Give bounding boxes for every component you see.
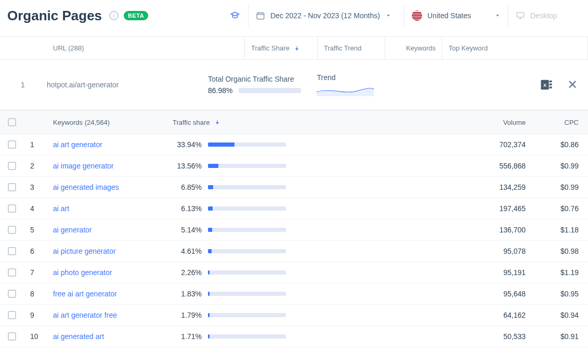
col-traffic-trend[interactable]: Traffic Trend	[318, 37, 385, 59]
keyword-link[interactable]: ai art	[47, 198, 166, 219]
row-cpc: $0.98	[536, 241, 588, 262]
row-traffic-share: 4.61%	[166, 241, 292, 262]
row-volume: 95,191	[292, 262, 536, 283]
row-traffic-share-bar	[208, 334, 286, 339]
table-row: 7ai photo generator2.26%95,191$1.19	[0, 262, 588, 283]
keyword-link[interactable]: ai art generator	[47, 134, 166, 155]
row-traffic-share: 6.13%	[166, 198, 292, 219]
keyword-link[interactable]: ai generated art	[47, 326, 166, 347]
row-traffic-share-bar	[208, 228, 286, 232]
keywords-table-body: 1ai art generator33.94%702,374$0.862ai i…	[0, 134, 588, 347]
row-cpc: $0.95	[536, 283, 588, 304]
url-table-header: URL (288) Traffic Share Traffic Trend Ke…	[0, 37, 588, 60]
row-checkbox[interactable]	[8, 183, 16, 191]
row-rank: 3	[24, 177, 47, 198]
row-rank: 4	[24, 198, 47, 219]
trend-label: Trend	[317, 73, 374, 82]
row-traffic-share: 1.83%	[166, 283, 292, 304]
keyword-link[interactable]: ai generator	[47, 219, 166, 240]
row-traffic-share: 1.79%	[166, 305, 292, 326]
keyword-link[interactable]: free ai art generator	[47, 283, 166, 304]
keywords-table-header: Keywords (24,564) Traffic share Volume C…	[0, 110, 588, 134]
total-traffic-share-bar	[239, 88, 301, 93]
col-top-keyword[interactable]: Top Keyword	[442, 37, 588, 59]
country-label: United States	[427, 11, 471, 20]
detail-rank: 1	[21, 81, 31, 89]
row-rank: 10	[24, 326, 47, 347]
page-title: Organic Pages	[7, 8, 102, 24]
row-volume: 197,465	[292, 198, 536, 219]
row-rank: 9	[24, 305, 47, 326]
row-volume: 136,700	[292, 219, 536, 240]
select-all-checkbox[interactable]	[8, 118, 16, 126]
topbar: Organic Pages i BETA Dec 2022 - Nov 2023…	[0, 0, 588, 37]
sort-desc-icon	[214, 119, 220, 125]
row-traffic-share: 6.85%	[166, 177, 292, 198]
row-checkbox[interactable]	[8, 247, 16, 255]
row-traffic-share-value: 1.79%	[173, 311, 202, 319]
keyword-link[interactable]: ai photo generator	[47, 262, 166, 283]
table-row: 5ai generator5.14%136,700$1.18	[0, 219, 588, 241]
total-traffic-share: Total Organic Traffic Share 86.98%	[208, 75, 301, 95]
table-row: 2ai image generator13.56%556,868$0.99	[0, 155, 588, 177]
device-picker[interactable]: Desktop	[508, 4, 581, 27]
col-traffic-share[interactable]: Traffic Share	[245, 37, 318, 59]
chevron-down-icon	[494, 12, 501, 19]
col-keywords[interactable]: Keywords	[385, 37, 442, 59]
sort-desc-icon	[294, 45, 300, 51]
subcol-cpc[interactable]: CPC	[536, 111, 588, 134]
beta-badge: BETA	[124, 11, 148, 20]
row-traffic-share: 1.71%	[166, 326, 292, 347]
subcol-volume[interactable]: Volume	[286, 111, 536, 134]
row-traffic-share-bar	[208, 206, 286, 211]
row-checkbox[interactable]	[8, 268, 16, 277]
trend-sparkline	[317, 85, 374, 96]
table-row: 3ai generated images6.85%134,259$0.99	[0, 177, 588, 198]
row-traffic-share-value: 1.83%	[173, 290, 202, 298]
row-traffic-share: 33.94%	[166, 134, 292, 155]
date-range-label: Dec 2022 - Nov 2023 (12 Months)	[270, 11, 380, 20]
row-volume: 95,078	[292, 241, 536, 262]
row-checkbox[interactable]	[8, 290, 16, 298]
keyword-link[interactable]: ai generated images	[47, 177, 166, 198]
row-checkbox[interactable]	[8, 162, 16, 170]
row-checkbox[interactable]	[8, 332, 16, 341]
keyword-link[interactable]: ai art generator free	[47, 305, 166, 326]
keyword-link[interactable]: ai image generator	[47, 155, 166, 176]
export-excel-icon[interactable]: X	[539, 77, 554, 92]
table-row: 9ai art generator free1.79%64,162$0.94	[0, 305, 588, 326]
subcol-traffic-share[interactable]: Traffic share	[166, 111, 286, 134]
row-traffic-share-value: 6.13%	[173, 204, 202, 213]
row-traffic-share-value: 33.94%	[173, 140, 202, 149]
table-row: 10ai generated art1.71%50,533$0.91	[0, 326, 588, 347]
row-cpc: $0.99	[536, 155, 588, 176]
row-volume: 134,259	[292, 177, 536, 198]
row-volume: 702,374	[292, 134, 536, 155]
svg-rect-0	[257, 13, 264, 19]
info-icon[interactable]: i	[109, 11, 119, 20]
close-icon[interactable]: ✕	[567, 77, 578, 92]
row-cpc: $0.86	[536, 134, 588, 155]
total-traffic-share-value: 86.98%	[208, 86, 232, 95]
row-rank: 5	[24, 219, 47, 240]
row-traffic-share-bar	[208, 270, 286, 275]
table-row: 6ai picture generator4.61%95,078$0.98	[0, 241, 588, 262]
row-traffic-share-value: 13.56%	[173, 162, 202, 170]
country-picker[interactable]: United States	[404, 4, 508, 27]
row-traffic-share-value: 6.85%	[173, 183, 202, 191]
row-checkbox[interactable]	[8, 140, 16, 149]
svg-rect-5	[550, 84, 552, 86]
col-url[interactable]: URL (288)	[47, 37, 245, 59]
row-checkbox[interactable]	[8, 226, 16, 234]
row-traffic-share-bar	[208, 164, 286, 168]
row-checkbox[interactable]	[8, 204, 16, 213]
education-icon[interactable]	[222, 4, 248, 27]
subcol-keywords[interactable]: Keywords (24,564)	[47, 111, 166, 134]
url-detail-panel: 1 hotpot.ai/art-generator Total Organic …	[0, 60, 588, 110]
row-traffic-share-value: 4.61%	[173, 247, 202, 255]
row-checkbox[interactable]	[8, 311, 16, 319]
date-range-picker[interactable]: Dec 2022 - Nov 2023 (12 Months)	[248, 4, 404, 27]
row-rank: 2	[24, 155, 47, 176]
keyword-link[interactable]: ai picture generator	[47, 241, 166, 262]
row-traffic-share-value: 1.71%	[173, 332, 202, 341]
